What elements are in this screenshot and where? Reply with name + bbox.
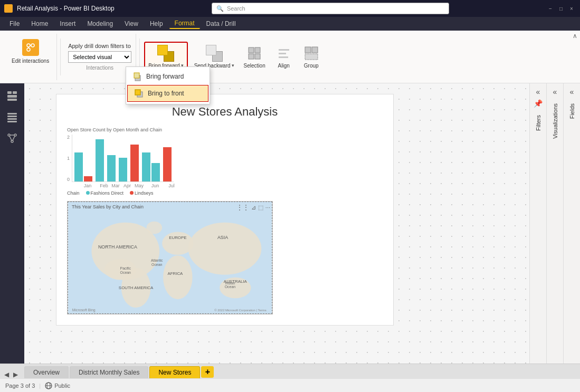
y-min: 0: [67, 177, 70, 182]
svg-rect-16: [134, 73, 139, 78]
bar-mar-teal: [107, 155, 116, 181]
menu-insert[interactable]: Insert: [54, 19, 81, 28]
visibility-status: Public: [54, 383, 70, 389]
tab-add-button[interactable]: +: [201, 366, 214, 378]
map-label-asia: ASIA: [217, 235, 228, 240]
group-label: Group: [304, 63, 319, 69]
visualizations-label[interactable]: Visualizations: [552, 103, 558, 139]
status-divider: |: [39, 383, 41, 389]
menu-help[interactable]: Help: [145, 19, 168, 28]
menu-file[interactable]: File: [4, 19, 25, 28]
align-button[interactable]: Align: [271, 43, 297, 71]
map-filter-icon[interactable]: ⊿: [251, 204, 256, 211]
title-bar: Retail Analysis - Power BI Desktop 🔍 Sea…: [0, 0, 580, 17]
public-icon: [45, 382, 52, 389]
svg-rect-10: [279, 53, 286, 54]
filters-collapse-icon[interactable]: «: [536, 88, 540, 96]
svg-rect-7: [249, 54, 254, 59]
tab-bar: ◀ ▶ Overview District Monthly Sales New …: [0, 364, 580, 378]
selection-icon: [246, 45, 263, 62]
selected-visual-select[interactable]: Selected visual: [68, 51, 131, 63]
map-drag-icon[interactable]: ⋮⋮: [236, 204, 249, 211]
divider-1: [60, 39, 61, 75]
bring-forward-option-label: Bring forward: [146, 73, 184, 80]
bar-jun-teal: [142, 152, 150, 181]
svg-point-38: [163, 255, 192, 299]
menu-format[interactable]: Format: [169, 18, 200, 29]
fields-collapse-icon[interactable]: «: [570, 88, 574, 96]
fashions-dot: [86, 191, 90, 195]
bar-group-may: [130, 145, 139, 181]
right-panels: « 📌 Filters « Visualizations « Fields: [529, 83, 580, 364]
filters-panel: « 📌 Filters: [529, 83, 546, 364]
tab-prev-button[interactable]: ◀: [2, 371, 11, 378]
model-view-icon[interactable]: [4, 130, 21, 147]
svg-rect-25: [7, 118, 17, 120]
x-label-apr: Apr: [123, 183, 131, 188]
bring-forward-option-icon: [132, 72, 142, 81]
map-label-africa: AFRICA: [167, 271, 183, 276]
bar-feb-teal: [96, 139, 104, 181]
ribbon-collapse-button[interactable]: ∧: [571, 32, 579, 40]
svg-rect-26: [7, 121, 17, 122]
fields-label[interactable]: Fields: [569, 103, 575, 119]
svg-point-41: [146, 222, 162, 234]
title-search-box[interactable]: 🔍 Search: [212, 3, 449, 14]
svg-rect-14: [305, 54, 318, 60]
filters-pin-icon[interactable]: 📌: [534, 99, 543, 108]
fields-panel: « Fields: [563, 83, 580, 364]
y-mid: 1: [67, 156, 70, 161]
minimize-button[interactable]: −: [546, 4, 555, 13]
bring-to-front-option[interactable]: Bring to front: [127, 85, 208, 102]
bar-chart-bars: [72, 135, 174, 182]
data-view-icon[interactable]: [4, 109, 21, 126]
map-title: This Year Sales by City and Chain: [72, 204, 144, 209]
map-label-australia: AUSTRALIA: [224, 279, 248, 284]
world-map: NORTH AMERICA Pacific Ocean Atlantic Oce…: [68, 202, 272, 314]
tab-new-stores[interactable]: New Stores: [149, 366, 200, 378]
svg-point-0: [27, 44, 30, 47]
bring-forward-option[interactable]: Bring forward: [126, 69, 210, 84]
svg-rect-12: [305, 47, 311, 53]
menu-view[interactable]: View: [119, 19, 144, 28]
bar-chart-label: Open Store Count by Open Month and Chain: [67, 127, 383, 132]
search-placeholder: Search: [227, 5, 245, 12]
svg-rect-18: [135, 90, 140, 95]
svg-point-28: [14, 134, 16, 136]
selection-button[interactable]: Selection: [240, 43, 270, 71]
tab-next-button[interactable]: ▶: [11, 371, 20, 378]
filters-label[interactable]: Filters: [535, 115, 541, 131]
svg-rect-23: [7, 113, 17, 114]
legend-lindseys: Lindseys: [130, 190, 154, 196]
svg-rect-20: [13, 91, 17, 94]
map-resize-icon[interactable]: ⬚: [258, 204, 263, 211]
svg-rect-11: [279, 56, 288, 58]
tab-district-monthly[interactable]: District Monthly Sales: [70, 366, 148, 378]
search-icon: 🔍: [216, 5, 224, 12]
map-more-icon[interactable]: ···: [265, 204, 270, 211]
bar-group-jul: [163, 147, 172, 181]
page-number: Page 3 of 3: [5, 383, 35, 389]
report-view-icon[interactable]: [4, 88, 21, 104]
map-label-europe: EUROPE: [169, 235, 186, 240]
menu-home[interactable]: Home: [26, 19, 53, 28]
bar-group-feb: [96, 139, 104, 181]
svg-point-39: [188, 223, 262, 275]
edit-interactions-label: Edit interactions: [12, 58, 49, 64]
menu-modeling[interactable]: Modeling: [82, 19, 118, 28]
svg-point-2: [27, 48, 30, 51]
app-title: Retail Analysis - Power BI Desktop: [17, 5, 115, 12]
map-label-pacific: Pacific: [120, 266, 131, 270]
close-button[interactable]: ×: [567, 4, 576, 13]
tab-overview[interactable]: Overview: [24, 366, 69, 378]
viz-collapse-icon[interactable]: «: [553, 88, 557, 96]
ribbon: Edit interactions Apply drill down filte…: [0, 31, 580, 83]
menu-data-drill[interactable]: Data / Drill: [201, 19, 241, 28]
send-backward-dropdown-arrow[interactable]: ▾: [232, 63, 234, 68]
svg-rect-13: [312, 47, 318, 53]
restore-button[interactable]: □: [557, 4, 565, 13]
bring-forward-icon: [157, 45, 174, 62]
edit-interactions-button[interactable]: Edit interactions: [9, 37, 51, 66]
x-label-jun: Jun: [146, 183, 164, 188]
group-button[interactable]: Group: [298, 43, 325, 71]
